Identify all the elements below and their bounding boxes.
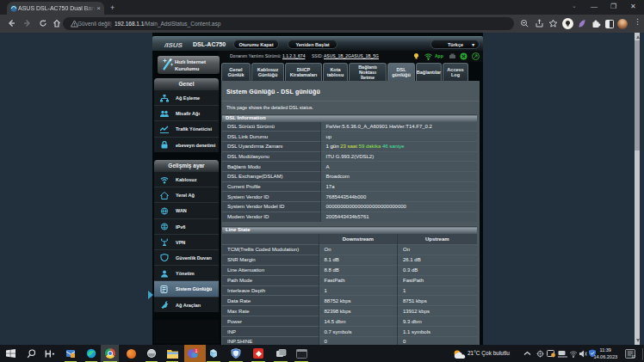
svg-text:1: 1 xyxy=(195,348,197,353)
svg-text:12: 12 xyxy=(632,354,636,359)
